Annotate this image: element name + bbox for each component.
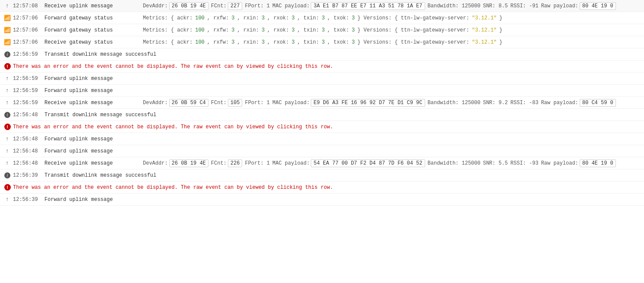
log-row[interactable]: i 12:56:48 Transmit downlink message suc… [0, 109, 644, 121]
txok-value: 3 [352, 27, 355, 33]
fcnt-label: FCnt: [211, 100, 227, 106]
raw-label: Raw payload: [541, 100, 578, 106]
log-message: Transmit downlink message successful [44, 172, 156, 178]
log-row[interactable]: ↑ 12:56:48 Forward uplink message [0, 133, 644, 145]
mac-group: MAC payload: 54 EA 77 00 D7 F2 D4 87 7D … [272, 159, 425, 167]
log-container: ↑ 12:57:08 Receive uplink message DevAdd… [0, 0, 644, 206]
log-message: Forward gateway status [44, 27, 139, 33]
log-time: 12:56:59 [13, 100, 41, 106]
log-time: 12:56:59 [13, 51, 41, 57]
bw-label: Bandwidth: 125000 [428, 3, 480, 9]
log-message: Receive uplink message [44, 3, 139, 9]
log-row[interactable]: ! There was an error and the event canno… [0, 121, 644, 133]
fport-group: FPort: 1 [245, 160, 270, 166]
wifi-icon: 📶 [3, 39, 11, 46]
uplink-details: DevAddr: 26 0B 59 C4 FCnt: 105 FPort: 1 … [143, 99, 616, 107]
info-icon: i [3, 112, 11, 118]
log-time: 12:56:48 [13, 160, 41, 166]
error-icon: ! [3, 184, 11, 191]
raw-value: 80 4E 19 0 [580, 2, 616, 10]
log-row[interactable]: ↑ 12:56:59 Receive uplink message DevAdd… [0, 97, 644, 109]
rxfw-value: 3 [231, 15, 234, 21]
log-row[interactable]: ↑ 12:56:59 Forward uplink message [0, 73, 644, 85]
log-row[interactable]: i 12:56:59 Transmit downlink message suc… [0, 48, 644, 60]
fport-group: FPort: 1 [245, 100, 270, 106]
rxfw-value: 3 [231, 39, 234, 45]
raw-label: Raw payload: [541, 160, 578, 166]
fport-label: FPort: 1 [245, 3, 270, 9]
log-row[interactable]: ↑ 12:56:59 Forward uplink message [0, 85, 644, 97]
log-row[interactable]: ↑ 12:57:08 Receive uplink message DevAdd… [0, 0, 644, 12]
log-row[interactable]: 📶 12:57:06 Forward gateway status Metric… [0, 12, 644, 24]
log-message: Forward uplink message [44, 148, 139, 154]
fcnt-group: FCnt: 226 [211, 159, 243, 167]
fport-group: FPort: 1 [245, 3, 270, 9]
devaddr-label: DevAddr: [143, 160, 168, 166]
snr-label: SNR: 9.2 [483, 100, 508, 106]
rssi-group: RSSI: -83 [511, 100, 539, 106]
txok-value: 3 [352, 39, 355, 45]
receive-icon: ↑ [3, 3, 11, 9]
bw-group: Bandwidth: 125000 [428, 100, 480, 106]
wifi-icon: 📶 [3, 15, 11, 22]
log-time: 12:57:06 [13, 27, 41, 33]
bw-group: Bandwidth: 125000 [428, 3, 480, 9]
log-row[interactable]: ↑ 12:56:39 Forward uplink message [0, 194, 644, 206]
fcnt-label: FCnt: [211, 3, 227, 9]
fport-label: FPort: 1 [245, 160, 270, 166]
info-icon: i [3, 51, 11, 57]
log-row[interactable]: ↑ 12:56:48 Receive uplink message DevAdd… [0, 157, 644, 169]
ackr-value: 100 [195, 15, 205, 21]
rxin-value: 3 [262, 27, 265, 33]
log-row[interactable]: 📶 12:57:06 Forward gateway status Metric… [0, 24, 644, 36]
raw-value: 80 C4 59 0 [580, 99, 616, 107]
raw-value: 80 4E 19 0 [580, 159, 616, 167]
log-message: Receive uplink message [44, 100, 139, 106]
log-time: 12:56:48 [13, 112, 41, 118]
mac-label: MAC payload: [272, 100, 309, 106]
log-row[interactable]: ↑ 12:56:48 Forward uplink message [0, 145, 644, 157]
gateway-details: Metrics: { ackr: 100, rxfw: 3, rxin: 3, … [143, 15, 502, 21]
bw-group: Bandwidth: 125000 [428, 160, 480, 166]
log-time: 12:56:48 [13, 136, 41, 142]
log-row[interactable]: 📶 12:57:06 Receive gateway status Metric… [0, 36, 644, 48]
mac-value: 54 EA 77 00 D7 F2 D4 87 7D F6 04 52 [311, 159, 425, 167]
txok-value: 3 [352, 15, 355, 21]
rssi-label: RSSI: -91 [511, 3, 539, 9]
up-icon: ↑ [3, 148, 11, 154]
fcnt-value: 105 [228, 99, 243, 107]
log-row[interactable]: ! There was an error and the event canno… [0, 60, 644, 73]
log-row[interactable]: i 12:56:39 Transmit downlink message suc… [0, 169, 644, 181]
rssi-label: RSSI: -93 [511, 160, 539, 166]
fcnt-group: FCnt: 105 [211, 99, 243, 107]
snr-group: SNR: 8.5 [483, 3, 508, 9]
rssi-label: RSSI: -83 [511, 100, 539, 106]
log-message: Transmit downlink message successful [44, 51, 156, 57]
txin-value: 3 [322, 39, 325, 45]
raw-group: Raw payload: 80 C4 59 0 [541, 99, 616, 107]
log-time: 12:56:39 [13, 172, 41, 178]
log-time: 12:56:39 [13, 197, 41, 203]
devaddr-group: DevAddr: 26 0B 19 4E [143, 2, 208, 10]
mac-group: MAC payload: 3A E1 B7 87 EE E7 11 A3 51 … [272, 2, 425, 10]
log-time: 12:57:06 [13, 39, 41, 45]
mac-group: MAC payload: E9 D6 A3 FE 16 96 92 D7 7E … [272, 99, 425, 107]
up-icon: ↑ [3, 75, 11, 82]
log-message: Forward gateway status [44, 15, 139, 21]
error-icon: ! [3, 63, 11, 70]
log-time: 12:56:59 [13, 88, 41, 94]
rssi-group: RSSI: -93 [511, 160, 539, 166]
log-message: Forward uplink message [44, 88, 139, 94]
txin-value: 3 [322, 27, 325, 33]
devaddr-value: 26 0B 19 4E [169, 2, 208, 10]
log-time: 12:56:59 [13, 76, 41, 82]
fcnt-group: FCnt: 227 [211, 2, 243, 10]
receive-icon: ↑ [3, 160, 11, 166]
gateway-details: Metrics: { ackr: 100, rxfw: 3, rxin: 3, … [143, 39, 502, 45]
devaddr-value: 26 0B 59 C4 [169, 99, 208, 107]
fcnt-label: FCnt: [211, 160, 227, 166]
log-row[interactable]: ! There was an error and the event canno… [0, 181, 644, 194]
txin-value: 3 [322, 15, 325, 21]
ackr-value: 100 [195, 39, 205, 45]
snr-label: SNR: 5.5 [483, 160, 508, 166]
